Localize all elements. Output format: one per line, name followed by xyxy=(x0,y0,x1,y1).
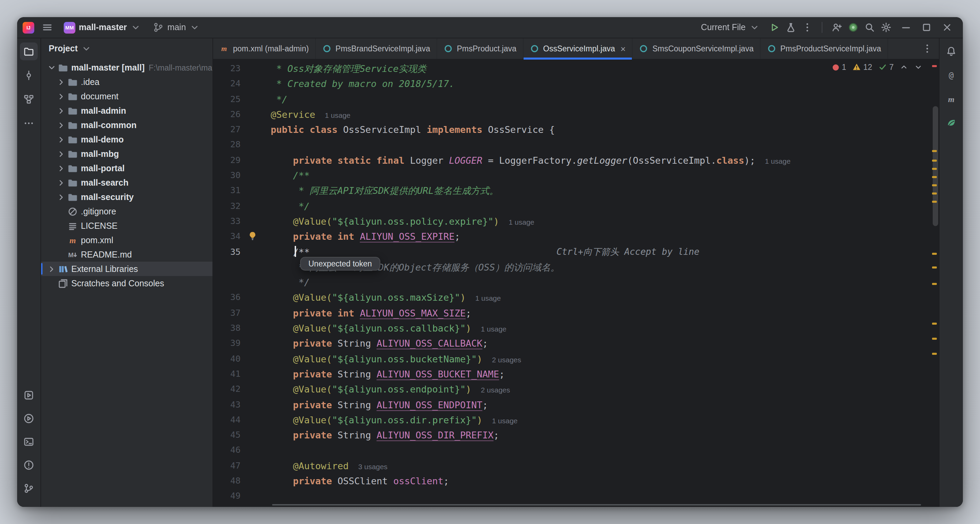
warning-mark[interactable] xyxy=(932,150,937,152)
commit-icon[interactable] xyxy=(20,67,38,84)
tree-chevron-icon[interactable] xyxy=(56,177,67,188)
profiler-icon[interactable] xyxy=(783,20,799,35)
warning-count[interactable]: 12 xyxy=(853,63,872,71)
code-line-33[interactable]: 33 @Value("${aliyun.oss.policy.expire}")… xyxy=(213,214,939,229)
search-icon[interactable] xyxy=(861,20,878,35)
usages-inlay[interactable]: 1 usage xyxy=(509,218,535,226)
maximize-icon[interactable] xyxy=(916,20,937,35)
code-line-44[interactable]: 44 @Value("${aliyun.oss.dir.prefix}")1 u… xyxy=(213,412,939,428)
tree-chevron-icon[interactable] xyxy=(56,134,67,145)
usages-inlay[interactable]: 2 usages xyxy=(492,355,521,364)
tabs-more-icon[interactable] xyxy=(922,38,939,59)
usages-inlay[interactable]: 1 usage xyxy=(325,111,350,119)
tab-smscouponserviceimpl-java[interactable]: SmsCouponServiceImpl.java xyxy=(633,38,760,59)
tab-ossserviceimpl-java[interactable]: OssServiceImpl.java× xyxy=(523,38,633,59)
version-control-icon[interactable] xyxy=(20,480,38,497)
warning-mark[interactable] xyxy=(932,338,937,340)
tree-item-mall-demo[interactable]: mall-demo xyxy=(41,132,212,146)
tree-chevron-icon[interactable] xyxy=(56,119,67,130)
tree-item-idea[interactable]: .idea xyxy=(41,75,212,89)
tab-pom-xml-mall-admin[interactable]: mpom.xml (mall-admin) xyxy=(213,38,316,59)
warning-mark[interactable] xyxy=(932,267,937,268)
tree-item-mall-security[interactable]: mall-security xyxy=(41,190,212,204)
project-widget[interactable]: MM mall-master xyxy=(60,20,145,35)
tree-item-scratches-and-consoles[interactable]: Scratches and Consoles xyxy=(41,276,212,291)
code-line-31[interactable]: 31 * 阿里云API对应SDK提供的URL签名生成方式。 xyxy=(213,183,939,198)
ghost-line[interactable]: */ xyxy=(213,275,939,290)
tree-chevron-icon[interactable] xyxy=(56,148,67,159)
settings-icon[interactable] xyxy=(878,20,894,35)
more-vert-icon[interactable] xyxy=(799,20,816,35)
editor[interactable]: 23 * Oss对象存储管理Service实现类24 * Created by … xyxy=(213,60,939,507)
error-mark[interactable] xyxy=(932,65,937,67)
close-icon[interactable] xyxy=(937,20,958,35)
tab-pmsproductserviceimpl-java[interactable]: PmsProductServiceImpl.java xyxy=(760,38,888,59)
tab-pmsbrandserviceimpl-java[interactable]: PmsBrandServiceImpl.java xyxy=(316,38,437,59)
usages-inlay[interactable]: 2 usages xyxy=(481,386,510,394)
play-icon[interactable] xyxy=(766,20,783,35)
tree-item-readme-md[interactable]: MREADME.md xyxy=(41,247,212,262)
project-icon[interactable] xyxy=(20,43,38,60)
prev-problem-icon[interactable] xyxy=(900,63,908,71)
tree-chevron-icon[interactable] xyxy=(56,105,67,116)
more-horiz-icon[interactable] xyxy=(20,114,38,132)
tree-chevron-icon[interactable] xyxy=(56,163,67,174)
code-line-36[interactable]: 36 @Value("${aliyun.oss.maxSize}")1 usag… xyxy=(213,290,939,305)
warning-mark[interactable] xyxy=(932,283,937,285)
tree-item-mall-search[interactable]: mall-search xyxy=(41,175,212,190)
run-icon[interactable] xyxy=(20,410,38,427)
tree-item-mall-admin[interactable]: mall-admin xyxy=(41,103,212,118)
tree-chevron-icon[interactable] xyxy=(56,191,67,202)
minimize-icon[interactable] xyxy=(896,20,916,35)
usages-inlay[interactable]: 3 usages xyxy=(358,462,388,470)
usages-inlay[interactable]: 1 usage xyxy=(765,157,791,165)
passed-count[interactable]: 7 xyxy=(878,63,894,71)
tree-chevron-icon[interactable] xyxy=(46,62,57,73)
tree-item-mall-common[interactable]: mall-common xyxy=(41,118,212,132)
tree-item-document[interactable]: document xyxy=(41,89,212,103)
tree-item-mall-mbg[interactable]: mall-mbg xyxy=(41,146,212,161)
warning-mark[interactable] xyxy=(932,253,937,255)
tree-chevron-icon[interactable] xyxy=(46,264,57,274)
code-line-39[interactable]: 39 private String ALIYUN_OSS_CALLBACK; xyxy=(213,336,939,351)
services-icon[interactable] xyxy=(20,386,38,404)
notifications-icon[interactable] xyxy=(942,43,960,60)
warning-mark[interactable] xyxy=(932,353,937,355)
usages-inlay[interactable]: 1 usage xyxy=(475,294,501,302)
close-tab-icon[interactable]: × xyxy=(620,44,626,53)
warning-mark[interactable] xyxy=(932,160,937,162)
intention-bulb-icon[interactable] xyxy=(247,231,258,242)
code-line-43[interactable]: 43 private String ALIYUN_OSS_ENDPOINT; xyxy=(213,397,939,412)
tree-item-gitignore[interactable]: .gitignore xyxy=(41,204,212,219)
code-line-34[interactable]: 34 private int ALIYUN_OSS_EXPIRE; xyxy=(213,229,939,245)
code-line-37[interactable]: 37 private int ALIYUN_OSS_MAX_SIZE; xyxy=(213,305,939,321)
warning-mark[interactable] xyxy=(932,168,937,170)
warning-mark[interactable] xyxy=(932,322,937,325)
code-line-40[interactable]: 40 @Value("${aliyun.oss.bucketName}")2 u… xyxy=(213,351,939,367)
tree-item-pom-xml[interactable]: mpom.xml xyxy=(41,233,212,247)
code-with-me-icon[interactable] xyxy=(845,20,861,35)
code-line-46[interactable]: 46 xyxy=(213,443,939,458)
tree-chevron-icon[interactable] xyxy=(56,91,67,102)
spring-icon[interactable] xyxy=(942,114,960,132)
add-user-icon[interactable] xyxy=(829,20,845,35)
code-line-29[interactable]: 29 private static final Logger LOGGER = … xyxy=(213,153,939,168)
ai-assistant-icon[interactable]: @ xyxy=(942,67,960,84)
code-line-42[interactable]: 42 @Value("${aliyun.oss.endpoint}")2 usa… xyxy=(213,381,939,397)
maven-tool-icon[interactable]: m xyxy=(942,91,960,108)
warning-mark[interactable] xyxy=(932,192,937,195)
run-config-selector[interactable]: Current File xyxy=(696,21,765,34)
code-line-49[interactable]: 49 xyxy=(213,489,939,504)
warning-mark[interactable] xyxy=(932,176,937,178)
tree-item-external-libraries[interactable]: External Libraries xyxy=(41,262,212,276)
code-line-23[interactable]: 23 * Oss对象存储管理Service实现类 xyxy=(213,61,939,76)
code-line-24[interactable]: 24 * Created by macro on 2018/5/17. xyxy=(213,76,939,92)
code-line-41[interactable]: 41 private String ALIYUN_OSS_BUCKET_NAME… xyxy=(213,367,939,382)
warning-mark[interactable] xyxy=(932,201,937,203)
code-line-30[interactable]: 30 /** xyxy=(213,168,939,183)
error-count[interactable]: 1 xyxy=(833,63,846,71)
project-panel-header[interactable]: Project xyxy=(41,38,212,59)
main-menu-icon[interactable] xyxy=(39,20,56,35)
tree-item-mall-portal[interactable]: mall-portal xyxy=(41,161,212,175)
tab-pmsproduct-java[interactable]: PmsProduct.java xyxy=(437,38,523,59)
